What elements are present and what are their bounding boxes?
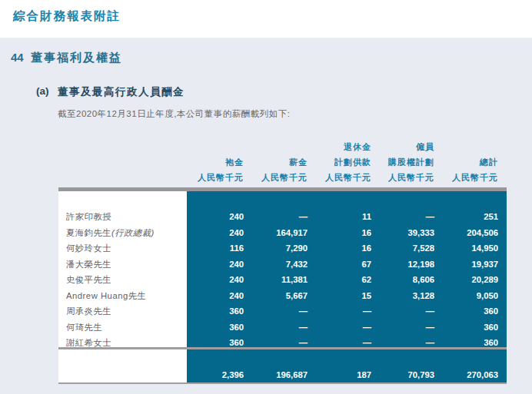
salary-cell: 7,290: [244, 240, 308, 257]
table-row: 何琦先生 360 — — — 360: [58, 320, 507, 336]
header-spacer: [58, 154, 187, 170]
col-header-total-line1: [434, 139, 507, 154]
share-option-cell: 3,128: [371, 288, 434, 304]
share-option-cell: 39,333: [371, 225, 434, 241]
salary-cell: 11,381: [244, 272, 308, 288]
grand-total-cell: 270,063: [434, 367, 507, 383]
pension-cell: —: [308, 320, 371, 336]
page-header-band: 綜合財務報表附註: [0, 0, 532, 38]
header-spacer: [58, 170, 187, 185]
share-option-cell: —: [371, 320, 434, 336]
salary-cell: 7,432: [244, 257, 308, 273]
table-row: 周承炎先生 360 — — — 360: [58, 303, 507, 320]
total-cell: 14,950: [434, 240, 507, 257]
fees-cell: 116: [187, 240, 244, 257]
salary-cell: —: [244, 303, 308, 320]
report-page: 綜合財務報表附註 44 董事福利及權益 (a) 董事及最高行政人員酬金 截至20…: [0, 0, 532, 394]
share-option-total-cell: 70,793: [371, 367, 434, 383]
director-name-cell: Andrew Huang先生: [58, 288, 187, 304]
intro-text: 截至2020年12月31日止年度,本公司董事的薪酬載列如下:: [58, 108, 291, 120]
subsection-label: (a): [36, 85, 58, 99]
pension-cell: —: [308, 303, 371, 320]
director-name-cell: 潘大榮先生: [58, 257, 187, 273]
pension-cell: 15: [308, 288, 371, 304]
fees-cell: 240: [187, 272, 244, 288]
fees-cell: 240: [187, 288, 244, 304]
unit-label-share-option: 人民幣千元: [371, 170, 434, 185]
director-name-cell: 周承炎先生: [58, 303, 187, 320]
col-header-salary: 薪金: [244, 154, 308, 170]
table-row: Andrew Huang先生 240 5,667 15 3,128 9,050: [58, 288, 507, 304]
unit-label-pension: 人民幣千元: [308, 170, 371, 185]
total-cell: 251: [434, 209, 507, 225]
fees-total-cell: 2,396: [187, 367, 244, 383]
pension-cell: 67: [308, 257, 371, 273]
salary-cell: —: [244, 209, 308, 225]
table-header-row-units: 人民幣千元 人民幣千元 人民幣千元 人民幣千元 人民幣千元: [58, 170, 507, 185]
director-name-cell: 夏海鈞先生(行政總裁): [58, 225, 187, 241]
col-header-pension-line1: 退休金: [308, 139, 371, 154]
pension-cell: 16: [308, 240, 371, 257]
share-option-cell: 7,528: [371, 240, 434, 257]
pension-cell: 11: [308, 209, 371, 225]
unit-label-total: 人民幣千元: [434, 170, 507, 185]
table-header-row-top: 退休金 僱員: [58, 139, 507, 154]
table-header: 退休金 僱員 袍金 薪金 計劃供款 購股權計劃 總計 人民幣千元 人民幣千元 人…: [58, 139, 507, 185]
header-spacer: [58, 139, 187, 154]
share-option-cell: —: [371, 209, 434, 225]
total-cell: 20,289: [434, 272, 507, 288]
table-total-section: 2,396 196,687 187 70,793 270,063: [58, 349, 507, 382]
director-name-cell: 史俊平先生: [58, 272, 187, 288]
fees-cell: 240: [187, 225, 244, 241]
total-cell: 204,506: [434, 225, 507, 241]
unit-label-fees: 人民幣千元: [187, 170, 244, 185]
total-cell: 360: [434, 320, 507, 336]
pension-total-cell: 187: [308, 367, 371, 383]
section-number: 44: [11, 51, 31, 65]
table-row: 夏海鈞先生(行政總裁) 240 164,917 16 39,333 204,50…: [58, 225, 507, 241]
table-bottom-rule: [58, 382, 507, 384]
col-header-share-option-line1: 僱員: [371, 139, 434, 154]
salary-total-cell: 196,687: [244, 367, 308, 383]
fees-cell: 240: [187, 209, 244, 225]
total-cell: 9,050: [434, 288, 507, 304]
fees-cell: 240: [187, 257, 244, 273]
fees-cell: 360: [187, 303, 244, 320]
section-heading: 44 董事福利及權益: [11, 51, 122, 65]
document-title: 綜合財務報表附註: [13, 8, 121, 25]
director-name-cell: 何琦先生: [58, 320, 187, 336]
subsection-heading: (a) 董事及最高行政人員酬金: [36, 85, 185, 99]
table-header-row-label: 袍金 薪金 計劃供款 購股權計劃 總計: [58, 154, 507, 170]
pension-cell: 16: [308, 225, 371, 241]
col-header-pension: 計劃供款: [308, 154, 371, 170]
subsection-title: 董事及最高行政人員酬金: [58, 85, 185, 99]
fees-cell: 360: [187, 320, 244, 336]
table-row: 潘大榮先生 240 7,432 67 12,198 19,937: [58, 257, 507, 273]
pension-cell: 62: [308, 272, 371, 288]
share-option-cell: 12,198: [371, 257, 434, 273]
director-name-cell: 許家印教授: [58, 209, 187, 225]
total-cell: 360: [434, 303, 507, 320]
total-row-spacer: [58, 367, 187, 383]
table-total-row: 2,396 196,687 187 70,793 270,063: [58, 367, 507, 383]
col-header-share-option: 購股權計劃: [371, 154, 434, 170]
col-header-fees: 袍金: [187, 154, 244, 170]
col-header-total: 總計: [434, 154, 507, 170]
col-header-salary-line1: [244, 139, 308, 154]
total-cell: 19,937: [434, 257, 507, 273]
salary-cell: 164,917: [244, 225, 308, 241]
share-option-cell: —: [371, 303, 434, 320]
table-body: 許家印教授 240 — 11 — 251 夏海鈞先生(行政總裁) 240 164…: [58, 191, 507, 347]
salary-cell: 5,667: [244, 288, 308, 304]
col-header-fees-line1: [187, 139, 244, 154]
table-rows: 許家印教授 240 — 11 — 251 夏海鈞先生(行政總裁) 240 164…: [58, 209, 507, 351]
salary-cell: —: [244, 320, 308, 336]
section-title: 董事福利及權益: [31, 51, 122, 65]
director-name-cell: 何妙玲女士: [58, 240, 187, 257]
share-option-cell: 8,606: [371, 272, 434, 288]
table-row: 史俊平先生 240 11,381 62 8,606 20,289: [58, 272, 507, 288]
unit-label-salary: 人民幣千元: [244, 170, 308, 185]
table-row: 何妙玲女士 116 7,290 16 7,528 14,950: [58, 240, 507, 257]
table-row: 許家印教授 240 — 11 — 251: [58, 209, 507, 225]
